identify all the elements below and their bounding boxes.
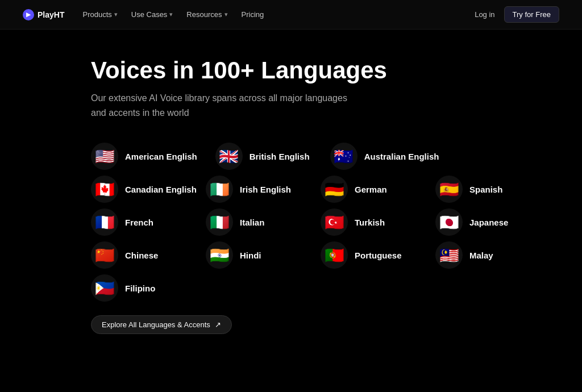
nav-links: Products▾Use Cases▾Resources▾Pricing [82,10,475,19]
language-name: Filipino [125,283,155,293]
flag-icon: 🇯🇵 [435,208,463,236]
flag-icon: 🇮🇪 [206,176,233,203]
language-item[interactable]: 🇯🇵Japanese [435,208,532,236]
main-content: Voices in 100+ Languages Our extensive A… [0,30,582,334]
flag-icon: 🇮🇳 [206,241,233,269]
language-item[interactable]: 🇮🇳Hindi [206,241,302,269]
language-name: Italian [240,218,264,227]
language-name: Japanese [469,218,508,227]
language-name: Irish English [240,185,291,194]
nav-link-resources[interactable]: Resources▾ [186,10,227,19]
flag-icon: 🇲🇾 [435,241,463,269]
nav-link-products[interactable]: Products▾ [82,10,117,19]
language-item[interactable]: 🇮🇹Italian [206,208,302,236]
language-item[interactable]: 🇵🇭Filipino [91,274,188,302]
flag-icon: 🇵🇹 [321,241,348,269]
language-item[interactable]: 🇹🇷Turkish [321,208,417,236]
flag-icon: 🇺🇸 [91,143,118,170]
language-name: Hindi [240,251,261,260]
nav-right: Log in Try for Free [475,6,559,23]
language-name: Australian English [364,152,439,161]
nav-link-use-cases[interactable]: Use Cases▾ [131,10,173,19]
language-grid: 🇺🇸American English🇬🇧British English🇦🇺Aus… [91,143,491,302]
navbar: ▶ PlayHT Products▾Use Cases▾Resources▾Pr… [0,0,582,30]
flag-icon: 🇵🇭 [91,274,118,302]
explore-label: Explore All Languages & Accents [102,320,210,329]
page-title: Voices in 100+ Languages [91,57,491,84]
language-row-2: 🇫🇷French🇮🇹Italian🇹🇷Turkish🇯🇵Japanese [91,208,491,236]
hero-subtitle: Our extensive AI Voice library spans acr… [91,91,364,120]
language-item[interactable]: 🇺🇸American English [91,143,197,170]
flag-icon: 🇨🇳 [91,241,118,269]
logo-icon: ▶ [23,9,34,20]
language-name: Malay [469,251,493,260]
flag-icon: 🇫🇷 [91,208,118,236]
chevron-down-icon: ▾ [114,11,118,18]
language-item[interactable]: 🇨🇳Chinese [91,241,188,269]
chevron-down-icon: ▾ [225,11,228,18]
language-item[interactable]: 🇬🇧British English [215,143,312,170]
flag-icon: 🇦🇺 [330,143,357,170]
language-item[interactable]: 🇩🇪German [321,176,417,203]
flag-icon: 🇪🇸 [435,176,463,203]
language-row-3: 🇨🇳Chinese🇮🇳Hindi🇵🇹Portuguese🇲🇾Malay [91,241,491,269]
external-link-icon: ↗ [215,320,221,329]
language-item[interactable]: 🇪🇸Spanish [435,176,532,203]
language-name: Canadian English [125,185,197,194]
language-name: American English [125,152,197,161]
flag-icon: 🇹🇷 [321,208,348,236]
language-item[interactable]: 🇫🇷French [91,208,188,236]
language-row-4: 🇵🇭Filipino [91,274,491,302]
logo-text: PlayHT [38,10,64,19]
nav-logo[interactable]: ▶ PlayHT [23,9,64,20]
flag-icon: 🇮🇹 [206,208,233,236]
flag-icon: 🇬🇧 [215,143,243,170]
explore-languages-button[interactable]: Explore All Languages & Accents ↗ [91,315,232,334]
language-item[interactable]: 🇨🇦Canadian English [91,176,188,203]
try-free-button[interactable]: Try for Free [504,6,559,23]
language-item[interactable]: 🇲🇾Malay [435,241,532,269]
language-name: French [125,218,153,227]
flag-icon: 🇨🇦 [91,176,118,203]
language-name: Turkish [355,218,385,227]
language-item[interactable]: 🇦🇺Australian English [330,143,439,170]
language-name: Portuguese [355,251,402,260]
chevron-down-icon: ▾ [169,11,173,18]
login-button[interactable]: Log in [475,10,494,19]
language-item[interactable]: 🇮🇪Irish English [206,176,302,203]
language-name: German [355,185,387,194]
language-row-0: 🇺🇸American English🇬🇧British English🇦🇺Aus… [91,143,491,170]
language-row-1: 🇨🇦Canadian English🇮🇪Irish English🇩🇪Germa… [91,176,491,203]
language-name: Chinese [125,251,158,260]
language-name: British English [250,152,310,161]
nav-link-pricing[interactable]: Pricing [242,10,264,19]
flag-icon: 🇩🇪 [321,176,348,203]
language-name: Spanish [469,185,502,194]
language-item[interactable]: 🇵🇹Portuguese [321,241,417,269]
